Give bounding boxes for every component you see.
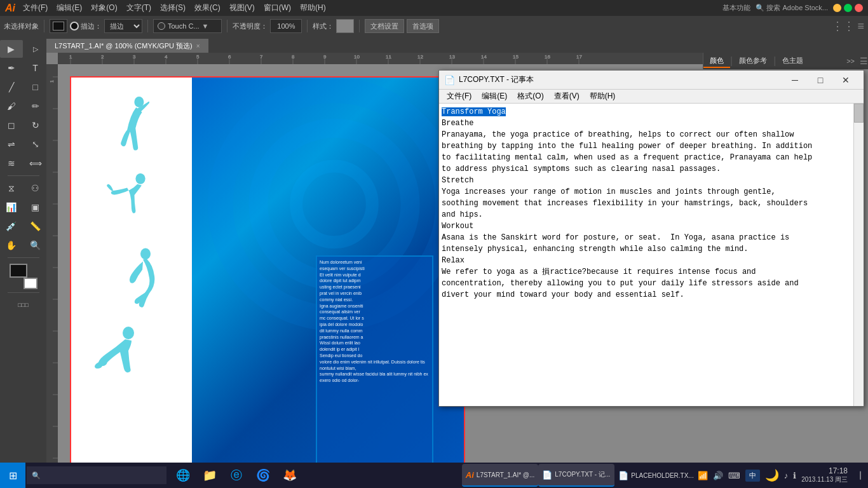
- notepad-menu-edit[interactable]: 编辑(E): [477, 90, 512, 103]
- svg-text:4: 4: [165, 54, 168, 60]
- notepad-title-highlight: Transform Yoga: [442, 107, 506, 116]
- artboard-right: Num doloreetum veni esequam ver suscipis…: [192, 78, 464, 469]
- panel-expand-btn[interactable]: >>: [843, 57, 858, 65]
- direct-select-tool[interactable]: ▷: [24, 40, 47, 58]
- symbol-tool[interactable]: ⚇: [24, 179, 47, 197]
- sysinfo-icon[interactable]: ℹ: [793, 471, 796, 480]
- notepad-content[interactable]: Transform Yoga Breathe Pranayama, the yo…: [439, 104, 864, 406]
- background-color[interactable]: [24, 278, 37, 289]
- scrollbar-thumb[interactable]: [854, 104, 864, 123]
- opacity-input[interactable]: [270, 19, 302, 33]
- panel-menu-icon[interactable]: ☰: [860, 56, 868, 66]
- taskbar-firefox-icon[interactable]: 🦊: [277, 464, 302, 487]
- app4-icon: 🌀: [256, 468, 270, 482]
- maximize-button[interactable]: [844, 4, 852, 12]
- taskbar-explorer-icon[interactable]: 📁: [197, 464, 222, 487]
- touch-dropdown[interactable]: Touch C... ▼: [153, 19, 222, 33]
- panel-toggle-icon[interactable]: ≡: [857, 20, 864, 33]
- rect-tool[interactable]: □: [24, 78, 47, 96]
- width-tool[interactable]: ⟺: [24, 154, 47, 172]
- notepad-menu-help[interactable]: 帮助(H): [585, 90, 621, 103]
- select-tool[interactable]: ▶: [0, 40, 23, 58]
- taskbar-ai-app[interactable]: Ai L7START_1.AI* @...: [462, 464, 538, 487]
- notepad-menu-format[interactable]: 格式(O): [512, 90, 548, 103]
- taskbar-app4-icon[interactable]: 🌀: [250, 464, 276, 487]
- svg-point-53: [123, 327, 134, 339]
- clock-date: 2013.11.13 周三: [801, 475, 848, 484]
- notepad-restore-btn[interactable]: □: [808, 71, 833, 90]
- network-icon[interactable]: 📶: [698, 471, 708, 480]
- tab-label: L7START_1.AI* @ 100% (CMYK/GPU 预选): [55, 41, 193, 51]
- taskbar-notepad-app[interactable]: 📄 L7COPY.TXT - 记...: [538, 464, 614, 487]
- arrange-icon[interactable]: ⋮⋮: [832, 19, 855, 33]
- minimize-button[interactable]: [833, 4, 841, 12]
- tab-close-btn[interactable]: ×: [196, 43, 200, 50]
- color-ref-tab[interactable]: 颜色参考: [733, 55, 773, 68]
- zoom-tool[interactable]: 🔍: [24, 236, 47, 254]
- blend-tool[interactable]: ⧖: [0, 179, 23, 197]
- document-tab[interactable]: L7START_1.AI* @ 100% (CMYK/GPU 预选) ×: [46, 39, 208, 53]
- toolbar-right: ⋮⋮ ≡: [832, 19, 864, 33]
- svg-point-52: [140, 248, 151, 260]
- hand-tool[interactable]: ✋: [0, 236, 23, 254]
- scale-tool[interactable]: ⤡: [24, 135, 47, 153]
- foreground-color[interactable]: [10, 264, 27, 278]
- stroke-color-box[interactable]: [50, 19, 67, 33]
- notepad-body-text: Breathe Pranayama, the yoga practice of …: [442, 119, 812, 299]
- notepad-menu-view[interactable]: 查看(V): [549, 90, 585, 103]
- reflect-tool[interactable]: ⇌: [0, 135, 23, 153]
- type-tool[interactable]: T: [24, 59, 47, 77]
- tool-sep-2: [8, 257, 39, 258]
- menu-view[interactable]: 视图(V): [229, 3, 255, 13]
- notepad-scrollbar[interactable]: [853, 104, 864, 406]
- menu-help[interactable]: 帮助(H): [300, 3, 326, 13]
- notepad-close-btn[interactable]: ✕: [833, 71, 858, 90]
- notepad-menubar: 文件(F) 编辑(E) 格式(O) 查看(V) 帮助(H): [439, 90, 864, 104]
- stroke-width-select[interactable]: 描边: [104, 19, 142, 33]
- eraser-tool[interactable]: ◻: [0, 116, 23, 134]
- taskbar-clock[interactable]: 17:18 2013.11.13 周三: [801, 466, 848, 484]
- style-swatch[interactable]: [336, 19, 354, 33]
- input-icon[interactable]: ⌨: [728, 471, 740, 480]
- ie-icon: 🌐: [176, 468, 190, 482]
- start-button[interactable]: ⊞: [0, 463, 25, 488]
- sound-icon[interactable]: 🔊: [713, 471, 723, 480]
- color-theme-tab[interactable]: 色主题: [776, 55, 810, 68]
- search-stock-label[interactable]: 🔍 搜索 Adobe Stock...: [756, 3, 828, 13]
- line-tool[interactable]: ╱: [0, 78, 23, 96]
- color-tab[interactable]: 颜色: [703, 55, 730, 68]
- column-graph-tool[interactable]: 📊: [0, 198, 23, 216]
- eyedropper-tool[interactable]: 💉: [0, 217, 23, 235]
- pen-tool[interactable]: ✒: [0, 59, 23, 77]
- ime-indicator[interactable]: 中: [745, 470, 760, 482]
- notepad-minimize-btn[interactable]: ─: [782, 71, 808, 90]
- tool-row-paint: 🖌 ✏: [0, 97, 46, 115]
- menu-object[interactable]: 对象(O): [91, 3, 117, 13]
- normal-screen-btn[interactable]: □□□: [12, 296, 35, 314]
- warp-tool[interactable]: ≋: [0, 154, 23, 172]
- taskbar-search[interactable]: 🔍: [27, 466, 166, 484]
- tool-row-screen: □□□: [12, 296, 35, 314]
- rotate-tool[interactable]: ↻: [24, 116, 47, 134]
- taskbar-placeholder-app[interactable]: 📄 PLACEHOLDER.TX...: [614, 464, 697, 487]
- menu-edit[interactable]: 编辑(E): [57, 3, 82, 13]
- menu-select[interactable]: 选择(S): [160, 3, 186, 13]
- doc-settings-button[interactable]: 文档设置: [365, 19, 404, 33]
- paintbrush-tool[interactable]: 🖌: [0, 97, 23, 115]
- taskbar-edge-icon[interactable]: ⓔ: [224, 464, 249, 487]
- tool-row-line: ╱ □: [0, 78, 46, 96]
- menu-file[interactable]: 文件(F): [23, 3, 48, 13]
- pencil-tool[interactable]: ✏: [24, 97, 47, 115]
- svg-text:8: 8: [292, 54, 295, 60]
- tool-row-eraser: ◻ ↻: [0, 116, 46, 134]
- preferences-button[interactable]: 首选项: [407, 19, 439, 33]
- notepad-menu-file[interactable]: 文件(F): [442, 90, 477, 103]
- menu-window[interactable]: 窗口(W): [264, 3, 291, 13]
- taskbar-ie-icon[interactable]: 🌐: [170, 464, 196, 487]
- menu-effect[interactable]: 效果(C): [194, 3, 220, 13]
- artboard-tool[interactable]: ▣: [24, 198, 47, 216]
- close-button[interactable]: [855, 4, 863, 12]
- measure-tool[interactable]: 📏: [24, 217, 47, 235]
- show-desktop-btn[interactable]: ▕: [853, 471, 863, 480]
- menu-text[interactable]: 文字(T): [126, 3, 151, 13]
